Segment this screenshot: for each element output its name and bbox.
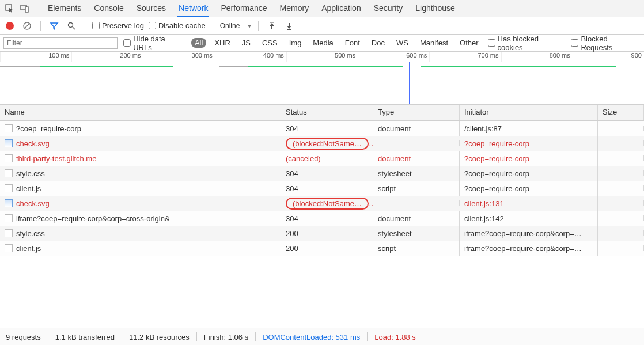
has-blocked-cookies-label: Has blocked cookies (498, 35, 566, 52)
clear-icon[interactable] (21, 20, 33, 32)
panel-tabs: ElementsConsoleSourcesNetworkPerformance… (47, 0, 456, 17)
divider (196, 332, 197, 341)
filter-type-media[interactable]: Media (309, 38, 336, 48)
tab-console[interactable]: Console (93, 0, 124, 17)
tab-performance[interactable]: Performance (219, 0, 268, 17)
hide-data-urls-checkbox[interactable]: Hide data URLs (123, 35, 185, 52)
table-row[interactable]: client.js304script?coep=require-corp (0, 181, 644, 196)
initiator-link[interactable]: ?coep=require-corp (464, 139, 529, 148)
blocked-requests-checkbox[interactable]: Blocked Requests (571, 35, 641, 52)
initiator-link[interactable]: client.js:142 (464, 214, 504, 223)
col-status[interactable]: Status (281, 105, 373, 120)
initiator-link[interactable]: iframe?coep=require-corp&corp=… (464, 244, 582, 253)
inspect-icon[interactable] (3, 2, 16, 15)
tab-lighthouse[interactable]: Lighthouse (414, 0, 456, 17)
preserve-log-checkbox[interactable]: Preserve log (92, 21, 144, 30)
filter-type-other[interactable]: Other (456, 38, 482, 48)
request-type (373, 200, 460, 206)
filter-type-manifest[interactable]: Manifest (416, 38, 452, 48)
table-row[interactable]: style.css200stylesheetiframe?coep=requir… (0, 226, 644, 241)
timeline-overview[interactable]: 100 ms200 ms300 ms400 ms500 ms600 ms700 … (0, 52, 644, 105)
search-icon[interactable] (65, 20, 78, 32)
initiator-link[interactable]: client.js:131 (464, 199, 504, 208)
disable-cache-input[interactable] (149, 22, 156, 29)
resources-size: 11.2 kB resources (129, 333, 190, 341)
request-status: 200 (281, 226, 373, 241)
filter-type-xhr[interactable]: XHR (211, 38, 233, 48)
has-blocked-cookies-input[interactable] (488, 39, 495, 47)
initiator-link[interactable]: /client.js:87 (464, 124, 502, 133)
network-toolbar: Preserve log Disable cache Online ▾ (0, 17, 644, 35)
has-blocked-cookies-checkbox[interactable]: Has blocked cookies (488, 35, 566, 52)
filter-type-font[interactable]: Font (342, 38, 363, 48)
filter-row: Hide data URLs AllXHRJSCSSImgMediaFontDo… (0, 35, 644, 52)
preserve-log-label: Preserve log (102, 21, 144, 30)
tab-memory[interactable]: Memory (279, 0, 310, 17)
request-name: check.svg (16, 139, 50, 148)
device-toggle-icon[interactable] (18, 2, 31, 15)
table-row[interactable]: iframe?coep=require-corp&corp=cross-orig… (0, 211, 644, 226)
table-row[interactable]: check.svg(blocked:NotSame…client.js:131 (0, 196, 644, 211)
svg-rect-8 (287, 29, 291, 30)
request-type: script (373, 241, 460, 256)
divider (213, 21, 213, 31)
tab-elements[interactable]: Elements (47, 0, 82, 17)
request-type (373, 140, 460, 146)
filter-type-all[interactable]: All (191, 38, 206, 48)
tab-application[interactable]: Application (320, 0, 362, 17)
svg-line-4 (25, 24, 29, 28)
request-size (598, 245, 644, 251)
tick-label: 400 ms (215, 52, 286, 62)
divider (122, 332, 122, 341)
filter-type-img[interactable]: Img (286, 38, 305, 48)
blocked-requests-input[interactable] (571, 39, 578, 47)
filter-toggle-icon[interactable] (48, 20, 60, 32)
filter-input[interactable] (3, 37, 118, 49)
finish-time: Finish: 1.06 s (204, 333, 248, 341)
requests-count: 9 requests (6, 333, 41, 341)
col-type[interactable]: Type (373, 105, 460, 120)
table-row[interactable]: client.js200scriptiframe?coep=require-co… (0, 241, 644, 256)
request-name: client.js (16, 244, 41, 253)
divider (255, 332, 256, 341)
filter-type-ws[interactable]: WS (393, 38, 412, 48)
preserve-log-input[interactable] (92, 22, 100, 29)
hide-data-urls-label: Hide data URLs (133, 35, 185, 52)
tab-security[interactable]: Security (373, 0, 404, 17)
request-status: 200 (281, 241, 373, 256)
disable-cache-checkbox[interactable]: Disable cache (149, 21, 206, 30)
filter-type-js[interactable]: JS (238, 38, 254, 48)
hide-data-urls-input[interactable] (123, 39, 131, 47)
initiator-link[interactable]: ?coep=require-corp (464, 169, 529, 178)
record-button[interactable] (3, 20, 16, 32)
svg-point-5 (69, 22, 73, 27)
filter-type-css[interactable]: CSS (259, 38, 281, 48)
table-row[interactable]: style.css304stylesheet?coep=require-corp (0, 166, 644, 181)
tick-label: 500 ms (286, 52, 358, 62)
table-row[interactable]: check.svg(blocked:NotSame…?coep=require-… (0, 136, 644, 151)
tab-network[interactable]: Network (177, 0, 209, 17)
svg-line-6 (73, 27, 75, 29)
request-status: 304 (281, 166, 373, 181)
col-initiator[interactable]: Initiator (460, 105, 598, 120)
initiator-link[interactable]: iframe?coep=require-corp&corp=… (464, 229, 582, 238)
divider (48, 332, 48, 341)
request-name: style.css (16, 169, 45, 178)
initiator-link[interactable]: ?coep=require-corp (464, 184, 529, 193)
timeline-ticks: 100 ms200 ms300 ms400 ms500 ms600 ms700 … (0, 52, 644, 62)
filter-type-doc[interactable]: Doc (368, 38, 388, 48)
request-type: document (373, 211, 460, 226)
transferred-size: 1.1 kB transferred (55, 333, 115, 341)
request-size (598, 140, 644, 146)
document-file-icon (5, 184, 13, 192)
table-row[interactable]: third-party-test.glitch.me(canceled)docu… (0, 151, 644, 166)
initiator-link[interactable]: ?coep=require-corp (464, 154, 529, 163)
throttle-select[interactable]: Online ▾ (220, 22, 252, 30)
col-name[interactable]: Name (0, 105, 281, 120)
download-icon[interactable] (283, 20, 296, 32)
col-size[interactable]: Size (598, 105, 644, 120)
table-row[interactable]: ?coep=require-corp304document/client.js:… (0, 121, 644, 136)
tab-sources[interactable]: Sources (135, 0, 167, 17)
request-name: style.css (16, 229, 45, 238)
upload-icon[interactable] (266, 20, 278, 32)
